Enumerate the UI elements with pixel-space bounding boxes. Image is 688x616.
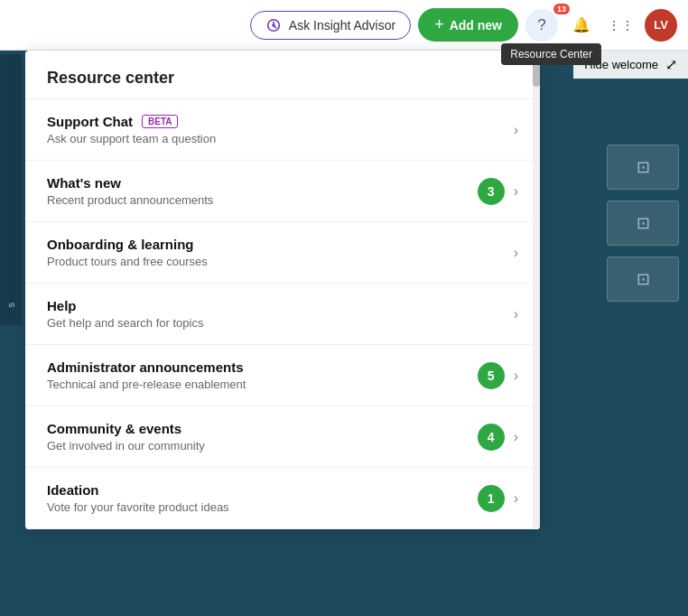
user-avatar[interactable]: LV [645, 9, 677, 42]
left-sidebar-edge: s [0, 54, 22, 325]
add-new-plus-icon: + [434, 15, 444, 34]
menu-item-title-text-help: Help [47, 298, 77, 313]
side-card-2[interactable]: ⊡ [607, 201, 679, 246]
menu-item-desc-ideation: Vote for your favorite product ideas [47, 500, 478, 514]
grid-icon: ⋮⋮ [608, 18, 635, 33]
menu-item-title-help: Help [47, 298, 514, 313]
panel-header: Resource center [25, 51, 540, 99]
chevron-right-icon-admin-announcements: › [514, 368, 518, 384]
menu-item-community[interactable]: Community & events Get involved in our c… [25, 406, 540, 468]
menu-item-right-ideation: 1 › [478, 485, 518, 512]
bell-icon: 🔔 [572, 16, 590, 33]
add-new-label: Add new [450, 18, 502, 33]
resource-center-panel: Resource center Support Chat BETA Ask ou… [25, 51, 540, 529]
count-badge-community: 4 [478, 424, 505, 451]
menu-item-right-support-chat: › [514, 122, 518, 138]
insight-advisor-icon [265, 17, 282, 33]
add-new-button[interactable]: + Add new [418, 8, 518, 42]
menu-item-right-admin-announcements: 5 › [478, 362, 518, 389]
count-badge-whats-new: 3 [478, 178, 505, 205]
menu-item-title-support-chat: Support Chat BETA [47, 114, 514, 129]
menu-item-content-onboarding: Onboarding & learning Product tours and … [47, 237, 514, 268]
menu-item-right-whats-new: 3 › [478, 178, 518, 205]
help-icon: ? [537, 16, 545, 34]
menu-item-title-text-community: Community & events [47, 421, 181, 436]
menu-item-right-onboarding: › [514, 245, 518, 261]
menu-item-content-whats-new: What's new Recent product announcements [47, 175, 478, 207]
menu-item-desc-onboarding: Product tours and free courses [47, 255, 514, 268]
beta-badge-support-chat: BETA [142, 115, 178, 128]
side-card-1[interactable]: ⊡ [607, 145, 679, 190]
menu-item-title-text-support-chat: Support Chat [47, 114, 133, 129]
menu-item-title-onboarding: Onboarding & learning [47, 237, 514, 252]
menu-item-title-text-onboarding: Onboarding & learning [47, 237, 194, 252]
menu-item-desc-whats-new: Recent product announcements [47, 193, 478, 207]
insight-advisor-label: Ask Insight Advisor [289, 18, 395, 33]
resource-center-tooltip: Resource Center [501, 43, 601, 65]
menu-item-desc-community: Get involved in our community [47, 439, 478, 453]
avatar-initials: LV [654, 18, 668, 32]
side-card-3[interactable]: ⊡ [607, 257, 679, 302]
chevron-right-icon-community: › [514, 429, 518, 445]
resource-center-button[interactable]: ? [525, 9, 558, 42]
chevron-right-icon-whats-new: › [514, 183, 518, 200]
menu-item-ideation[interactable]: Ideation Vote for your favorite product … [25, 468, 540, 529]
menu-item-content-help: Help Get help and search for topics [47, 298, 514, 330]
panel-title: Resource center [47, 69, 174, 87]
chevron-right-icon-help: › [514, 306, 518, 322]
menu-item-desc-admin-announcements: Technical and pre-release enablement [47, 378, 478, 391]
chevron-right-icon-onboarding: › [514, 245, 518, 261]
menu-item-content-admin-announcements: Administrator announcements Technical an… [47, 359, 478, 391]
help-notification-badge: 13 [553, 4, 570, 14]
tooltip-text: Resource Center [510, 48, 592, 61]
menu-item-onboarding[interactable]: Onboarding & learning Product tours and … [25, 222, 540, 284]
bell-button[interactable]: 🔔 [565, 9, 598, 42]
menu-item-desc-help: Get help and search for topics [47, 316, 514, 330]
menu-items-list: Support Chat BETA Ask our support team a… [25, 99, 540, 529]
side-cards: ⊡ ⊡ ⊡ [607, 145, 679, 302]
menu-item-help[interactable]: Help Get help and search for topics › [25, 284, 540, 345]
menu-item-support-chat[interactable]: Support Chat BETA Ask our support team a… [25, 99, 540, 161]
sidebar-letter: s [5, 303, 16, 308]
menu-item-right-community: 4 › [478, 424, 518, 451]
compress-icon: ⤢ [665, 56, 677, 73]
menu-item-title-community: Community & events [47, 421, 478, 436]
menu-item-title-text-whats-new: What's new [47, 175, 121, 191]
menu-item-title-admin-announcements: Administrator announcements [47, 359, 478, 375]
menu-item-content-community: Community & events Get involved in our c… [47, 421, 478, 453]
menu-item-title-text-admin-announcements: Administrator announcements [47, 359, 244, 375]
count-badge-admin-announcements: 5 [478, 362, 505, 389]
svg-point-1 [272, 23, 275, 27]
insight-advisor-button[interactable]: Ask Insight Advisor [250, 11, 411, 40]
menu-item-title-ideation: Ideation [47, 482, 478, 498]
menu-item-right-help: › [514, 306, 518, 322]
chevron-right-icon-support-chat: › [514, 122, 518, 138]
menu-item-content-support-chat: Support Chat BETA Ask our support team a… [47, 114, 514, 145]
chevron-right-icon-ideation: › [514, 490, 518, 507]
menu-item-title-whats-new: What's new [47, 175, 478, 191]
menu-item-desc-support-chat: Ask our support team a question [47, 132, 514, 145]
menu-item-content-ideation: Ideation Vote for your favorite product … [47, 482, 478, 514]
menu-item-admin-announcements[interactable]: Administrator announcements Technical an… [25, 345, 540, 406]
count-badge-ideation: 1 [478, 485, 505, 512]
menu-item-whats-new[interactable]: What's new Recent product announcements … [25, 161, 540, 222]
grid-button[interactable]: ⋮⋮ [605, 9, 637, 42]
menu-item-title-text-ideation: Ideation [47, 482, 99, 498]
